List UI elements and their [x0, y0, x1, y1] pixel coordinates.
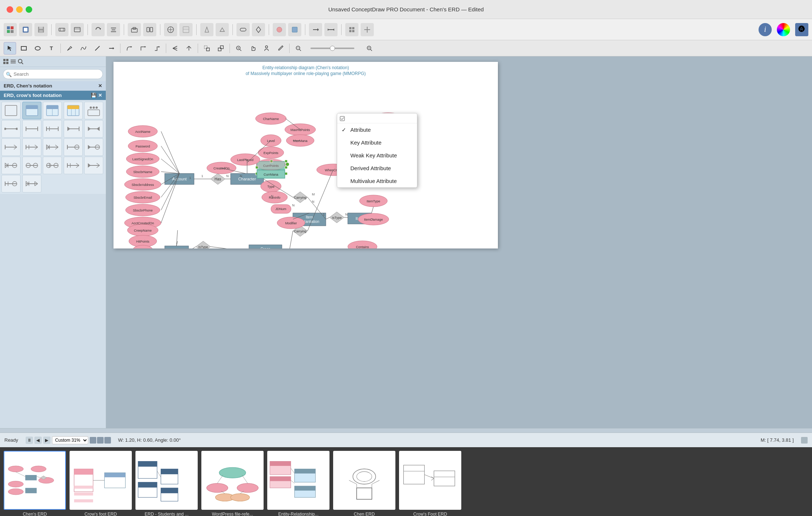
pause-btn[interactable]: ⏸	[26, 437, 33, 444]
shape-dots[interactable]	[84, 102, 103, 119]
tool-3[interactable]	[128, 23, 141, 36]
text-tool[interactable]: T	[45, 42, 58, 55]
grid-icon[interactable]	[4, 23, 17, 36]
resize-handle[interactable]	[801, 437, 808, 444]
list-view-icon[interactable]	[10, 58, 17, 65]
tool-12[interactable]	[288, 23, 301, 36]
zoom-in-tool[interactable]	[232, 42, 245, 55]
category-crows[interactable]: ERD, crow's foot notation 💾 ✕	[0, 91, 106, 100]
smart-connector-1[interactable]	[123, 42, 135, 55]
shape-r8[interactable]	[43, 138, 62, 156]
person-tool[interactable]	[260, 42, 273, 55]
shape-r9[interactable]	[64, 138, 83, 156]
tool-7[interactable]	[200, 23, 213, 36]
cm-key-attribute[interactable]: Key Attribute	[337, 136, 417, 149]
shape-r14[interactable]	[64, 157, 83, 174]
cursor-tool[interactable]	[4, 42, 16, 55]
next-btn[interactable]: ▶	[43, 437, 51, 444]
horizontal-scrollbar[interactable]	[0, 428, 812, 433]
shape-r2[interactable]	[22, 120, 41, 138]
tool-4[interactable]	[143, 23, 156, 36]
rectangle-tool[interactable]	[18, 42, 30, 55]
save-crows-icon[interactable]: 💾	[91, 93, 97, 98]
pen-tool[interactable]	[63, 42, 76, 55]
curve-tool[interactable]	[77, 42, 90, 55]
close-button[interactable]	[7, 6, 13, 13]
tool-13[interactable]	[345, 23, 358, 36]
category-chens[interactable]: ERD, Chen's notation ✕	[0, 81, 106, 91]
zoom-out-button[interactable]	[292, 42, 305, 55]
tool-10[interactable]	[252, 23, 265, 36]
align-icon[interactable]	[107, 23, 120, 36]
thumb-crows-foot[interactable]: Crow's foot ERD	[70, 451, 132, 516]
help-icon[interactable]: 🅐	[795, 23, 808, 36]
eyedropper-tool[interactable]	[274, 42, 287, 55]
shape-r17[interactable]	[22, 175, 41, 192]
shape-r3[interactable]	[43, 120, 62, 138]
thumb-chen-erd[interactable]: Chen ERD	[333, 451, 395, 516]
shape-r11[interactable]	[1, 157, 21, 174]
search-bar[interactable]: 🔍	[3, 69, 103, 79]
smart-connector-3[interactable]	[151, 42, 163, 55]
color-icon[interactable]	[19, 23, 32, 36]
cm-weak-key-attribute[interactable]: Weak Key Attribute	[337, 149, 417, 162]
vm-btn-1[interactable]	[90, 437, 96, 444]
hand-tool[interactable]	[246, 42, 259, 55]
shape-header[interactable]	[22, 102, 41, 119]
diagram-paper[interactable]: Entity-relationship diagram (Chen's nota…	[113, 62, 498, 248]
zoom-controls[interactable]: ⏸ ◀ ▶ Custom 31% 25% 50% 75% 100%	[26, 436, 111, 444]
shape-r7[interactable]	[22, 138, 41, 156]
thumb-entity-rel[interactable]: Entity-Relationship...	[267, 451, 329, 516]
cm-multivalue-attribute[interactable]: Multivalue Attribute	[337, 175, 417, 187]
shape-r15[interactable]	[84, 157, 103, 174]
tool-5[interactable]	[164, 23, 177, 36]
canvas-area[interactable]: Entity-relationship diagram (Chen's nota…	[106, 56, 812, 428]
tool-8[interactable]	[216, 23, 229, 36]
rotate-icon[interactable]	[92, 23, 105, 36]
shape-icon-1[interactable]	[55, 23, 68, 36]
shape-r16[interactable]	[1, 175, 21, 192]
vm-btn-3[interactable]	[104, 437, 111, 444]
search-input[interactable]	[3, 69, 103, 79]
zoom-select[interactable]: Custom 31% 25% 50% 75% 100%	[52, 436, 88, 444]
shape-r6[interactable]	[1, 138, 21, 156]
vm-btn-2[interactable]	[97, 437, 104, 444]
save-icon[interactable]	[34, 23, 48, 36]
cm-attribute[interactable]: Attribute	[337, 123, 417, 136]
zoom-slider[interactable]	[308, 48, 360, 49]
shape-r4[interactable]	[64, 120, 83, 138]
grid-view-icon[interactable]	[2, 58, 10, 65]
bidirectional-icon[interactable]	[324, 23, 338, 36]
fork-tool-2[interactable]	[183, 42, 195, 55]
ellipse-tool[interactable]	[31, 42, 44, 55]
shape-plain[interactable]	[1, 102, 21, 119]
shape-r1[interactable]	[1, 120, 21, 138]
thumb-crows-foot-erd[interactable]: Crow's Foot ERD	[399, 451, 461, 516]
ungroup-tool[interactable]	[215, 42, 227, 55]
smart-connector-2[interactable]	[137, 42, 149, 55]
context-menu[interactable]: Attribute Key Attribute Weak Key Attribu…	[337, 113, 417, 188]
prev-btn[interactable]: ◀	[34, 437, 42, 444]
minimize-button[interactable]	[16, 6, 23, 13]
close-chens-icon[interactable]: ✕	[98, 83, 102, 89]
shape-r5[interactable]	[84, 120, 103, 138]
arrow-icon[interactable]	[309, 23, 322, 36]
shape-two-col[interactable]	[43, 102, 62, 119]
thumb-chens-erd[interactable]: Chen's ERD	[4, 451, 66, 516]
shape-r12[interactable]	[22, 157, 41, 174]
shape-r13[interactable]	[43, 157, 62, 174]
shape-three-col[interactable]	[64, 102, 83, 119]
tool-11[interactable]	[273, 23, 286, 36]
tool-9[interactable]	[236, 23, 250, 36]
zoom-in-button[interactable]	[363, 42, 376, 55]
thumb-students[interactable]: ERD - Students and ...	[135, 451, 198, 516]
tool-6[interactable]	[179, 23, 193, 36]
color-wheel[interactable]	[777, 23, 790, 36]
connector-tool[interactable]	[105, 42, 118, 55]
close-crows-icon[interactable]: ✕	[98, 93, 102, 98]
tool-14[interactable]	[361, 23, 374, 36]
fork-tool-1[interactable]	[169, 42, 181, 55]
group-tool[interactable]	[201, 42, 213, 55]
cm-derived-attribute[interactable]: Derived Attribute	[337, 162, 417, 175]
shape-r10[interactable]	[84, 138, 103, 156]
